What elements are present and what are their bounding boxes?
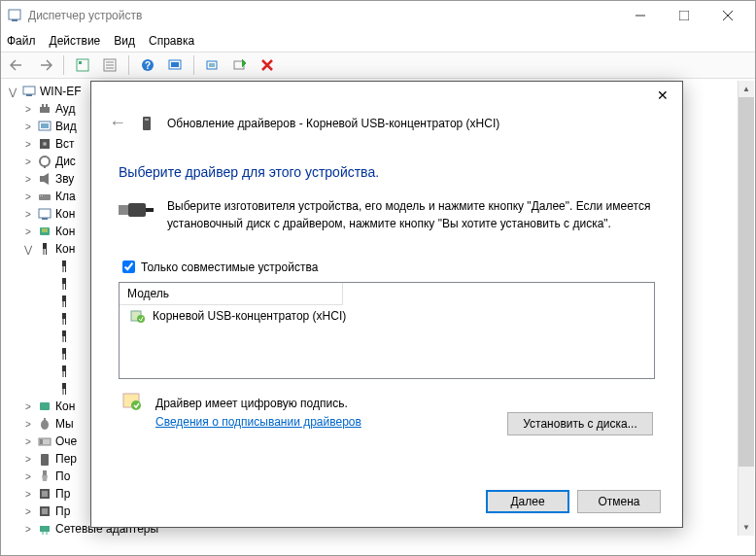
expand-icon[interactable]: > xyxy=(22,436,34,447)
update-driver-button[interactable] xyxy=(202,54,223,76)
expand-icon[interactable]: > xyxy=(22,419,34,430)
menu-view[interactable]: Вид xyxy=(114,34,135,48)
uninstall-device-button[interactable] xyxy=(257,54,278,76)
svg-rect-53 xyxy=(62,330,66,336)
expand-icon[interactable]: > xyxy=(22,104,34,115)
svg-rect-32 xyxy=(42,195,43,196)
cancel-button[interactable]: Отмена xyxy=(577,490,661,513)
dialog-instruction-text: Выберите изготовителя устройства, его мо… xyxy=(167,197,655,232)
forward-button[interactable] xyxy=(34,54,55,76)
expand-icon[interactable]: > xyxy=(22,156,34,167)
dialog-header-text: Обновление драйверов - Корневой USB-конц… xyxy=(167,117,499,130)
app-icon xyxy=(7,8,22,23)
tree-item-label: Оче xyxy=(55,434,77,448)
compatible-checkbox-label: Только совместимые устройства xyxy=(141,261,318,274)
svg-rect-6 xyxy=(77,59,88,71)
svg-rect-3 xyxy=(679,11,689,20)
tree-item-label: Пр xyxy=(55,504,70,518)
titlebar[interactable]: Диспетчер устройств xyxy=(1,1,755,30)
certificate-icon xyxy=(121,395,143,410)
model-listbox[interactable]: Модель Корневой USB-концентратор (xHCI) xyxy=(119,282,655,379)
tree-item-label: Зву xyxy=(55,172,74,186)
expand-icon[interactable]: > xyxy=(22,122,34,132)
driver-update-dialog: ✕ ← Обновление драйверов - Корневой USB-… xyxy=(90,81,683,528)
install-from-disk-button[interactable]: Установить с диска... xyxy=(507,412,653,435)
svg-rect-0 xyxy=(9,10,20,19)
next-button[interactable]: Далее xyxy=(486,490,569,513)
expand-icon[interactable]: > xyxy=(22,401,34,412)
scroll-up-button[interactable]: ▲ xyxy=(739,81,754,97)
expand-icon[interactable]: > xyxy=(22,209,34,220)
close-button[interactable] xyxy=(705,2,749,29)
svg-rect-22 xyxy=(42,104,44,107)
enable-device-button[interactable] xyxy=(229,54,251,76)
svg-point-87 xyxy=(131,400,141,410)
svg-rect-41 xyxy=(62,261,66,266)
expand-icon[interactable]: > xyxy=(22,506,34,517)
category-icon xyxy=(37,154,52,169)
category-icon xyxy=(37,171,52,187)
compatible-checkbox-row[interactable]: Только совместимые устройства xyxy=(119,258,655,276)
expand-icon[interactable]: > xyxy=(22,471,34,482)
category-icon xyxy=(37,469,52,484)
vertical-scrollbar[interactable]: ▲ ▼ xyxy=(738,81,754,536)
svg-rect-73 xyxy=(42,491,48,497)
signed-driver-icon xyxy=(130,308,146,324)
scan-button[interactable] xyxy=(164,54,186,76)
show-hidden-button[interactable] xyxy=(72,54,93,76)
menu-action[interactable]: Действие xyxy=(50,34,101,48)
category-icon xyxy=(37,416,52,432)
toolbar: ? xyxy=(1,52,755,79)
category-icon xyxy=(37,224,52,239)
menu-file[interactable]: Файл xyxy=(7,34,36,48)
expand-icon[interactable]: > xyxy=(22,454,34,465)
expand-icon[interactable]: > xyxy=(22,191,34,202)
tree-item-label: Кон xyxy=(55,400,75,413)
expand-icon[interactable]: > xyxy=(22,489,34,500)
dialog-titlebar[interactable]: ✕ xyxy=(91,82,682,109)
compatible-checkbox[interactable] xyxy=(122,261,135,273)
svg-rect-23 xyxy=(46,104,48,107)
model-list-item[interactable]: Корневой USB-концентратор (xHCI) xyxy=(120,305,654,327)
svg-rect-7 xyxy=(79,61,82,64)
back-button[interactable] xyxy=(7,54,28,76)
menu-help[interactable]: Справка xyxy=(149,34,194,48)
tree-item-label: Мы xyxy=(55,417,74,431)
expand-icon[interactable]: > xyxy=(22,174,34,185)
tree-item-label: Кон xyxy=(55,225,75,238)
expand-icon[interactable]: > xyxy=(22,524,34,535)
scroll-thumb[interactable] xyxy=(739,97,754,467)
minimize-button[interactable] xyxy=(618,2,662,29)
expand-icon[interactable]: ⋁ xyxy=(22,244,34,255)
collapse-icon[interactable]: ⋁ xyxy=(7,87,18,97)
device-icon xyxy=(139,116,155,131)
device-manager-window: Диспетчер устройств Файл Действие Вид Сп… xyxy=(0,0,756,556)
usb-device-icon xyxy=(56,311,72,327)
svg-text:?: ? xyxy=(145,60,151,71)
expand-icon[interactable]: > xyxy=(22,226,34,237)
usb-device-icon xyxy=(56,276,72,292)
help-button[interactable]: ? xyxy=(137,54,158,76)
computer-icon xyxy=(21,84,37,99)
signature-info-link[interactable]: Сведения о подписывании драйверов xyxy=(155,415,361,429)
maximize-button[interactable] xyxy=(662,2,705,29)
svg-rect-30 xyxy=(39,194,51,200)
menubar: Файл Действие Вид Справка xyxy=(1,30,755,52)
svg-rect-21 xyxy=(40,107,50,113)
svg-rect-83 xyxy=(146,208,154,212)
expand-icon[interactable]: > xyxy=(22,139,34,150)
scroll-down-button[interactable]: ▼ xyxy=(739,519,754,536)
properties-button[interactable] xyxy=(99,54,120,76)
svg-rect-76 xyxy=(40,526,50,532)
dialog-close-button[interactable]: ✕ xyxy=(643,83,682,108)
category-icon xyxy=(37,434,52,449)
model-column-header[interactable]: Модель xyxy=(120,283,343,305)
tree-item-label: Вст xyxy=(55,137,75,151)
usb-device-icon xyxy=(56,294,72,309)
separator xyxy=(63,55,64,75)
svg-point-66 xyxy=(41,420,49,430)
back-arrow-icon[interactable]: ← xyxy=(109,113,126,133)
usb-device-icon xyxy=(56,381,72,397)
tree-root-label: WIN-EF xyxy=(40,85,82,98)
dialog-footer: Далее Отмена xyxy=(486,490,661,513)
